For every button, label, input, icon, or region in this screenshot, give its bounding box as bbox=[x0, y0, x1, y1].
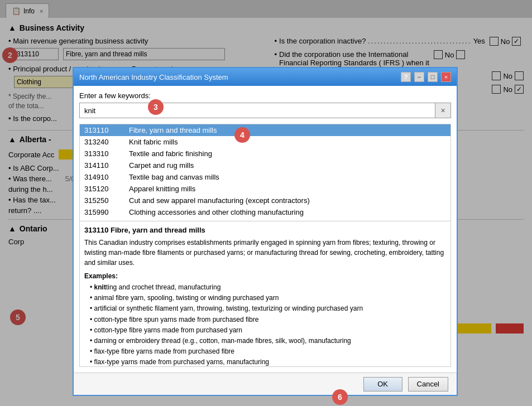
result-code-313240: 313240 bbox=[84, 138, 118, 146]
search-clear-button[interactable]: × bbox=[435, 103, 451, 118]
keyword-label: Enter a few keywords: bbox=[79, 91, 451, 100]
modal-body: Enter a few keywords: × 313110 Fibre, ya… bbox=[74, 86, 457, 373]
modal-controls: ? − □ × bbox=[401, 72, 451, 82]
result-desc-315250: Cut and sew apparel manufacturing (excep… bbox=[129, 196, 310, 205]
result-row-315250[interactable]: 315250 Cut and sew apparel manufacturing… bbox=[80, 195, 450, 206]
result-row-315990[interactable]: 315990 Clothing accessories and other cl… bbox=[80, 206, 450, 218]
example-item-8: flax-type yarns made from purchased yarn… bbox=[84, 357, 446, 367]
example-item-2: animal fibre yarn, spooling, twisting or… bbox=[84, 293, 446, 303]
naics-modal: North American Industry Classification S… bbox=[73, 67, 458, 396]
examples-header: Examples: bbox=[84, 272, 446, 280]
modal-footer: OK Cancel bbox=[74, 373, 457, 395]
example-item-4: cotton-type fibre spun yarns made from p… bbox=[84, 315, 446, 325]
example-item-7: flax-type fibre yarns made from purchase… bbox=[84, 346, 446, 357]
result-desc-315990: Clothing accessories and other clothing … bbox=[129, 208, 304, 216]
result-row-314910[interactable]: 314910 Textile bag and canvas mills bbox=[80, 171, 450, 183]
example-item-6: darning or embroidery thread (e.g., cott… bbox=[84, 336, 446, 346]
result-row-315120[interactable]: 315120 Apparel knitting mills bbox=[80, 183, 450, 195]
result-row-314110[interactable]: 314110 Carpet and rug mills bbox=[80, 160, 450, 171]
result-row-313240[interactable]: 313240 Knit fabric mills bbox=[80, 136, 450, 148]
step-6-badge: 6 bbox=[332, 389, 348, 405]
result-desc-314910: Textile bag and canvas mills bbox=[129, 173, 219, 181]
results-list[interactable]: 313110 Fibre, yarn and thread mills 3132… bbox=[79, 124, 451, 221]
selected-item-title: 313110 Fibre, yarn and thread mills bbox=[84, 226, 446, 234]
modal-title: North American Industry Classification S… bbox=[79, 73, 228, 81]
description-panel: 313110 Fibre, yarn and thread mills This… bbox=[79, 221, 451, 367]
example-item-1: knitting and crochet thread, manufacturi… bbox=[84, 282, 446, 293]
result-desc-315120: Apparel knitting mills bbox=[129, 185, 195, 193]
result-code-315990: 315990 bbox=[84, 208, 118, 216]
result-code-314110: 314110 bbox=[84, 161, 118, 170]
result-code-315250: 315250 bbox=[84, 196, 118, 205]
result-code-315120: 315120 bbox=[84, 185, 118, 193]
cancel-button[interactable]: Cancel bbox=[408, 377, 448, 392]
step-3-badge: 3 bbox=[148, 99, 164, 115]
examples-list: knitting and crochet thread, manufacturi… bbox=[84, 282, 446, 367]
modal-titlebar: North American Industry Classification S… bbox=[74, 68, 457, 86]
result-desc-313310: Textile and fabric finishing bbox=[129, 149, 212, 158]
step-4-badge: 4 bbox=[234, 127, 250, 143]
ok-button[interactable]: OK bbox=[363, 377, 402, 392]
search-row: × bbox=[79, 103, 451, 118]
result-row-313310[interactable]: 313310 Textile and fabric finishing bbox=[80, 148, 450, 160]
example-item-5: cotton-type fibre yarns made from purcha… bbox=[84, 325, 446, 336]
result-code-313110: 313110 bbox=[84, 126, 118, 134]
result-desc-314110: Carpet and rug mills bbox=[129, 161, 194, 170]
result-row-313110[interactable]: 313110 Fibre, yarn and thread mills bbox=[80, 124, 450, 136]
result-desc-313240: Knit fabric mills bbox=[129, 138, 178, 146]
modal-minimize-button[interactable]: − bbox=[414, 72, 424, 82]
selected-item-description: This Canadian industry comprises establi… bbox=[84, 238, 446, 268]
modal-help-button[interactable]: ? bbox=[401, 72, 411, 82]
result-code-314910: 314910 bbox=[84, 173, 118, 181]
example-item-3: artificial or synthetic filament yarn, t… bbox=[84, 303, 446, 314]
keyword-search-input[interactable] bbox=[79, 103, 435, 118]
modal-close-button[interactable]: × bbox=[441, 72, 451, 82]
result-desc-313110: Fibre, yarn and thread mills bbox=[129, 126, 217, 134]
modal-maximize-button[interactable]: □ bbox=[428, 72, 438, 82]
result-code-313310: 313310 bbox=[84, 149, 118, 158]
